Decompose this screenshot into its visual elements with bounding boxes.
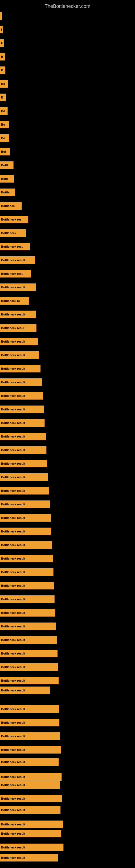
bar-label-55: Bottleneck result xyxy=(1,760,25,764)
bar-item-15: Bottleneck res xyxy=(0,216,28,223)
bar-item-23: Bottleneck resul xyxy=(0,324,37,332)
bar-label-48: Bottleneck result xyxy=(1,665,25,669)
bar-item-26: Bottleneck result xyxy=(0,365,41,372)
bar-20: Bottleneck result xyxy=(0,283,36,291)
bar-item-36: Bottleneck result xyxy=(0,500,50,508)
bar-label-39: Bottleneck result xyxy=(1,543,25,547)
bar-31: Bottleneck result xyxy=(0,433,46,440)
bar-item-25: Bottleneck result xyxy=(0,351,39,359)
bar-item-61: Bottleneck result xyxy=(0,830,61,837)
bar-item-37: Bottleneck result xyxy=(0,514,51,522)
bar-item-56: Bottleneck result xyxy=(0,773,61,781)
bar-label-5: Bo xyxy=(1,82,5,86)
bar-item-43: Bottleneck result xyxy=(0,595,54,603)
bar-21: Bottleneck re xyxy=(0,297,29,305)
bar-57: Bottleneck result xyxy=(0,781,60,789)
bar-17: Bottleneck resu xyxy=(0,243,30,250)
bar-29: Bottleneck result xyxy=(0,405,44,413)
bar-label-56: Bottleneck result xyxy=(1,775,25,778)
bar-33: Bottleneck result xyxy=(0,460,47,467)
bar-item-35: Bottleneck result xyxy=(0,487,49,495)
site-title: TheBottlenecker.com xyxy=(0,1,135,11)
bar-label-16: Bottleneck xyxy=(1,231,16,235)
bar-item-7: Bo xyxy=(0,107,8,115)
bar-38: Bottleneck result xyxy=(0,528,51,535)
bar-label-21: Bottleneck re xyxy=(1,299,20,303)
bar-label-31: Bottleneck result xyxy=(1,435,25,438)
bar-label-26: Bottleneck result xyxy=(1,367,25,370)
bar-50: Bottleneck result xyxy=(0,686,50,694)
bar-label-27: Bottleneck result xyxy=(1,380,25,384)
bar-label-40: Bottleneck result xyxy=(1,557,25,560)
bar-11: Bottl xyxy=(0,161,13,169)
bar-item-1: I xyxy=(0,26,3,33)
bar-label-18: Bottleneck result xyxy=(1,258,25,262)
bar-label-23: Bottleneck resul xyxy=(1,326,24,330)
bar-47: Bottleneck result xyxy=(0,650,57,657)
bar-label-35: Bottleneck result xyxy=(1,489,25,492)
bar-label-19: Bottleneck resu xyxy=(1,272,24,275)
bar-item-16: Bottleneck xyxy=(0,229,26,237)
bar-item-54: Bottleneck result xyxy=(0,746,61,753)
bar-item-6: B xyxy=(0,94,6,101)
bar-label-9: Bo xyxy=(1,136,5,140)
bar-label-54: Bottleneck result xyxy=(1,748,25,751)
bar-label-59: Bottleneck result xyxy=(1,808,25,812)
bar-56: Bottleneck result xyxy=(0,773,61,781)
bar-label-47: Bottleneck result xyxy=(1,652,25,655)
bar-45: Bottleneck result xyxy=(0,622,56,630)
bar-label-58: Bottleneck result xyxy=(1,797,25,800)
bar-item-10: Bot xyxy=(0,148,10,155)
bar-label-38: Bottleneck result xyxy=(1,530,25,533)
bar-label-63: Bottleneck result xyxy=(1,856,25,859)
bar-label-33: Bottleneck result xyxy=(1,462,25,465)
bar-35: Bottleneck result xyxy=(0,487,49,495)
bar-item-38: Bottleneck result xyxy=(0,528,51,535)
bar-55: Bottleneck result xyxy=(0,758,58,766)
bar-37: Bottleneck result xyxy=(0,514,51,522)
bar-item-45: Bottleneck result xyxy=(0,622,56,630)
bar-28: Bottleneck result xyxy=(0,392,43,400)
bar-59: Bottleneck result xyxy=(0,806,60,814)
bar-19: Bottleneck resu xyxy=(0,270,31,278)
bar-item-12: Bottl xyxy=(0,175,14,183)
bar-5: Bo xyxy=(0,80,8,88)
bar-label-11: Bottl xyxy=(1,163,8,167)
bar-15: Bottleneck res xyxy=(0,216,28,223)
bar-54: Bottleneck result xyxy=(0,746,61,753)
bar-8: Bo xyxy=(0,121,9,128)
bar-label-6: B xyxy=(1,96,3,99)
bar-label-25: Bottleneck result xyxy=(1,353,25,357)
bar-label-1: I xyxy=(1,28,2,31)
bar-label-42: Bottleneck result xyxy=(1,584,25,587)
bar-30: Bottleneck result xyxy=(0,419,45,427)
bar-item-9: Bo xyxy=(0,134,9,142)
bar-item-44: Bottleneck result xyxy=(0,609,55,617)
bar-41: Bottleneck result xyxy=(0,568,53,576)
bar-item-31: Bottleneck result xyxy=(0,433,46,440)
bar-item-62: Bottleneck result xyxy=(0,844,63,851)
bar-label-14: Bottlenec xyxy=(1,204,14,208)
bar-label-13: Bottle xyxy=(1,191,9,194)
bar-14: Bottlenec xyxy=(0,202,21,210)
bar-63: Bottleneck result xyxy=(0,854,58,862)
bar-item-46: Bottleneck result xyxy=(0,636,57,644)
bar-7: Bo xyxy=(0,107,8,115)
bar-22: Bottleneck result xyxy=(0,311,36,318)
bar-label-44: Bottleneck result xyxy=(1,611,25,614)
bar-53: Bottleneck result xyxy=(0,733,60,740)
bar-51: Bottleneck result xyxy=(0,705,59,713)
bar-item-22: Bottleneck result xyxy=(0,311,36,318)
bar-16: Bottleneck xyxy=(0,229,26,237)
bar-item-21: Bottleneck re xyxy=(0,297,29,305)
bar-label-45: Bottleneck result xyxy=(1,625,25,628)
bar-label-28: Bottleneck result xyxy=(1,394,25,397)
bar-9: Bo xyxy=(0,134,9,142)
bar-4: B xyxy=(0,66,5,74)
bar-label-50: Bottleneck result xyxy=(1,689,25,692)
bar-label-22: Bottleneck result xyxy=(1,313,25,316)
bar-item-49: Bottleneck result xyxy=(0,677,58,684)
bar-label-8: Bo xyxy=(1,123,5,126)
bar-item-24: Bottleneck result xyxy=(0,338,38,345)
bar-item-50: Bottleneck result xyxy=(0,686,50,694)
